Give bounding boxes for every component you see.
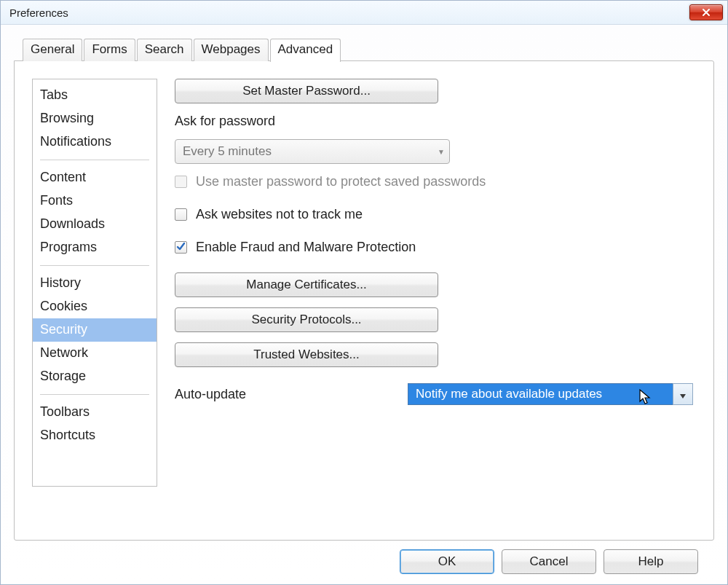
security-protocols-button[interactable]: Security Protocols...: [175, 307, 438, 332]
tab-area: General Forms Search Webpages Advanced T…: [14, 38, 714, 541]
manage-certificates-button[interactable]: Manage Certificates...: [175, 272, 438, 297]
sidebar-item-browsing[interactable]: Browsing: [33, 107, 157, 130]
auto-update-value[interactable]: Notify me about available updates: [408, 383, 673, 405]
checkmark-icon: [176, 240, 186, 255]
tab-search[interactable]: Search: [137, 39, 192, 61]
sidebar-item-network[interactable]: Network: [33, 342, 157, 365]
chevron-down-icon: ▼: [438, 148, 445, 156]
dialog-button-row: OK Cancel Help: [14, 541, 714, 574]
cancel-button[interactable]: Cancel: [502, 549, 596, 574]
tab-advanced[interactable]: Advanced: [270, 39, 341, 62]
use-master-password-label: Use master password to protect saved pas…: [196, 174, 486, 189]
window-title: Preferences: [9, 7, 68, 19]
tab-webpages[interactable]: Webpages: [194, 39, 269, 61]
trusted-websites-button[interactable]: Trusted Websites...: [175, 342, 438, 367]
fraud-protection-label: Enable Fraud and Malware Protection: [196, 240, 416, 255]
sidebar-item-shortcuts[interactable]: Shortcuts: [33, 424, 157, 447]
ask-password-value: Every 5 minutes: [183, 144, 272, 159]
fraud-protection-row: Enable Fraud and Malware Protection: [175, 240, 693, 255]
sidebar-item-toolbars[interactable]: Toolbars: [33, 401, 157, 424]
sidebar-item-security[interactable]: Security: [33, 318, 157, 342]
auto-update-select[interactable]: Notify me about available updates: [408, 383, 693, 405]
ok-button[interactable]: OK: [400, 549, 494, 574]
auto-update-label: Auto-update: [175, 387, 393, 402]
use-master-password-checkbox: [175, 176, 187, 188]
auto-update-value-text: Notify me about available updates: [416, 387, 602, 401]
sidebar-item-fonts[interactable]: Fonts: [33, 189, 157, 213]
cursor-icon: [638, 388, 652, 406]
titlebar: Preferences: [1, 1, 727, 25]
sidebar-separator: [40, 394, 149, 395]
set-master-password-button[interactable]: Set Master Password...: [175, 79, 438, 103]
tab-forms[interactable]: Forms: [84, 39, 135, 61]
sidebar-item-content[interactable]: Content: [33, 166, 157, 189]
sidebar-separator: [40, 265, 149, 266]
sidebar-item-tabs[interactable]: Tabs: [33, 84, 157, 107]
advanced-sidebar[interactable]: Tabs Browsing Notifications Content Font…: [32, 79, 157, 487]
close-button[interactable]: [689, 4, 723, 20]
tab-general[interactable]: General: [23, 39, 82, 61]
help-button[interactable]: Help: [604, 549, 698, 574]
sidebar-item-programs[interactable]: Programs: [33, 236, 157, 259]
do-not-track-label: Ask websites not to track me: [196, 207, 363, 222]
sidebar-item-downloads[interactable]: Downloads: [33, 213, 157, 236]
sidebar-item-storage[interactable]: Storage: [33, 365, 157, 388]
preferences-window: Preferences General Forms Search Webpage…: [0, 0, 728, 585]
auto-update-row: Auto-update Notify me about available up…: [175, 383, 693, 405]
close-icon: [702, 7, 711, 19]
tab-panel-advanced: Tabs Browsing Notifications Content Font…: [14, 60, 714, 541]
ask-password-label: Ask for password: [175, 114, 693, 129]
auto-update-dropdown-button[interactable]: [673, 383, 693, 405]
sidebar-item-history[interactable]: History: [33, 272, 157, 295]
use-master-password-row: Use master password to protect saved pas…: [175, 174, 693, 189]
do-not-track-checkbox[interactable]: [175, 208, 187, 221]
do-not-track-row: Ask websites not to track me: [175, 207, 693, 222]
sidebar-item-notifications[interactable]: Notifications: [33, 130, 157, 154]
fraud-protection-checkbox[interactable]: [175, 241, 187, 254]
sidebar-item-cookies[interactable]: Cookies: [33, 295, 157, 318]
ask-password-select[interactable]: Every 5 minutes ▼: [175, 139, 450, 164]
tab-row: General Forms Search Webpages Advanced: [14, 38, 714, 61]
dialog-body: General Forms Search Webpages Advanced T…: [1, 25, 727, 584]
security-settings: Set Master Password... Ask for password …: [175, 79, 693, 522]
chevron-down-icon: [680, 387, 686, 402]
sidebar-separator: [40, 160, 149, 160]
